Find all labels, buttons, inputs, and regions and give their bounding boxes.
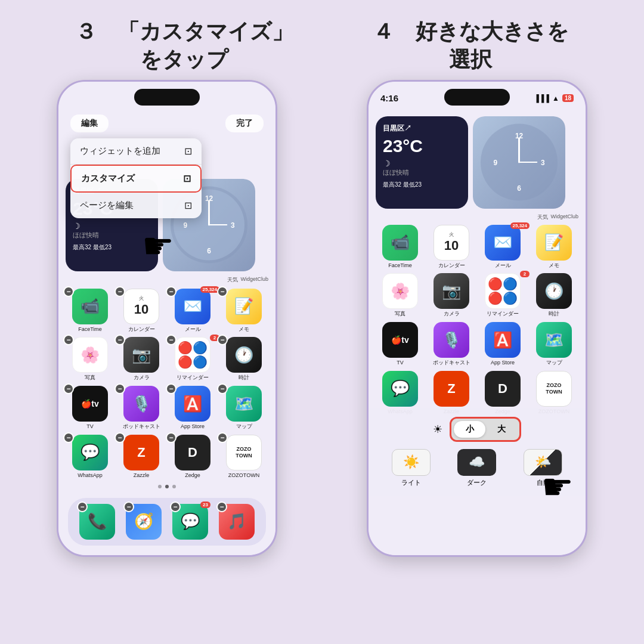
step3-title-line1: ３ 「カスタマイズ」 xyxy=(75,19,293,44)
zedge-icon: D xyxy=(175,435,210,470)
minus-icon: − xyxy=(170,501,181,512)
appearance-dark[interactable]: ☁️ ダーク xyxy=(457,449,496,487)
app-clock-2[interactable]: 🕐 時計 xyxy=(530,273,578,317)
minus-icon: − xyxy=(216,501,227,512)
minus-icon: − xyxy=(166,432,177,443)
app-zazzle-1[interactable]: − Z Zazzle xyxy=(117,435,166,479)
phone2-dynamic-island xyxy=(444,89,510,106)
phone1-dynamic-island xyxy=(134,89,200,106)
app-mail-1[interactable]: − ✉️ 25,324 メール xyxy=(168,289,217,333)
camera-icon: 📷 xyxy=(123,337,159,373)
app-notes-2[interactable]: 📝 メモ xyxy=(530,225,578,269)
app-maps-2[interactable]: 🗺️ マップ xyxy=(530,322,578,366)
app-maps-1[interactable]: − 🗺️ マップ xyxy=(219,386,268,430)
app-photos-1[interactable]: − 🌸 写真 xyxy=(66,337,114,381)
tv-icon-2: 🍎tv xyxy=(382,322,418,358)
phone2-inner: 4:16 ▐▐▐ ▲ 18 目黒区↗ 23°C ☽ ほぼ快晴 最高32 最低23 xyxy=(369,82,586,555)
podcasts-icon-2: 🎙️ xyxy=(434,322,469,358)
app-zozotown-1[interactable]: − ZOZOTOWN ZOZOTOWN xyxy=(219,435,268,479)
app-tv-1[interactable]: − 🍎tv TV xyxy=(66,386,114,430)
minus-icon: − xyxy=(166,286,177,297)
menu-add-widget[interactable]: ウィジェットを追加 ⊡ xyxy=(70,138,202,165)
weather-condition-2: ほぼ快晴 xyxy=(383,168,461,177)
dot-1 xyxy=(158,485,162,488)
phone2-app-grid-row3: 🍎tv TV 🎙️ ポッドキャスト 🅰️ App Store 🗺️ マップ xyxy=(369,320,586,369)
facetime-icon-2: 📹 xyxy=(382,225,418,261)
size-small[interactable]: 小 xyxy=(454,421,485,438)
menu-customize[interactable]: カスタマイズ ⊡ xyxy=(70,165,202,193)
dock-phone-1[interactable]: − 📞 xyxy=(79,504,115,540)
mail-badge-2: 25,324 xyxy=(510,222,530,229)
app-whatsapp-1[interactable]: − 💬 WhatsApp xyxy=(66,435,114,479)
app-appstore-1[interactable]: − 🅰️ App Store xyxy=(168,386,217,430)
app-reminders-1[interactable]: − 🔴🔵🔴🔵 2 リマインダー xyxy=(168,337,217,381)
size-toggle[interactable]: 小 大 xyxy=(450,417,521,442)
phone2: 4:16 ▐▐▐ ▲ 18 目黒区↗ 23°C ☽ ほぼ快晴 最高32 最低23 xyxy=(367,80,587,557)
app-appstore-2[interactable]: 🅰️ App Store xyxy=(478,322,527,366)
phone2-widgets: 目黒区↗ 23°C ☽ ほぼ快晴 最高32 最低23 12 3 6 9 xyxy=(369,112,586,213)
app-podcasts-2[interactable]: 🎙️ ポッドキャスト xyxy=(427,322,476,366)
minus-icon: − xyxy=(63,432,74,443)
dock-messages-1[interactable]: − 💬 23 xyxy=(172,504,208,540)
appearance-row: ☀️ ライト ☁️ ダーク 🌤️ 自動 xyxy=(378,449,576,487)
mail-icon-2: ✉️ xyxy=(485,225,521,261)
minus-icon: − xyxy=(63,286,74,297)
app-camera-2[interactable]: 📷 カメラ xyxy=(427,273,476,317)
app-facetime-1[interactable]: − 📹 FaceTime xyxy=(66,289,114,333)
weather-condition-1: ほぼ快晴 xyxy=(73,231,151,240)
reminders-icon: 🔴🔵🔴🔵 xyxy=(175,337,210,373)
app-calendar-1[interactable]: − 火 10 カレンダー xyxy=(117,289,166,333)
edit-button[interactable]: 編集 xyxy=(70,114,109,132)
phone1-app-grid-row4: − 💬 WhatsApp − Z Zazzle − D Zedge − ZOZO… xyxy=(58,432,275,481)
whatsapp-icon-2: 💬 xyxy=(382,371,418,407)
app-tv-2[interactable]: 🍎tv TV xyxy=(376,322,425,366)
widget-club-label-1: 天気 WidgetClub xyxy=(58,276,275,285)
done-button[interactable]: 完了 xyxy=(225,114,264,132)
widget-club-label-2: 天気 WidgetClub xyxy=(369,213,586,222)
edit-page-icon: ⊡ xyxy=(184,200,192,211)
page-dots-1 xyxy=(58,485,275,488)
signal-icon: ▐▐▐ xyxy=(534,94,549,103)
mail-icon: ✉️ xyxy=(175,289,210,324)
step4-title-line2: 選択 xyxy=(449,47,492,72)
appearance-auto[interactable]: 🌤️ 自動 xyxy=(524,449,562,487)
app-podcasts-1[interactable]: − 🎙️ ポッドキャスト xyxy=(117,386,166,430)
zazzle-icon-2: Z xyxy=(434,371,469,407)
app-mail-2[interactable]: ✉️ 25,324 メール xyxy=(478,225,527,269)
dock-music-1[interactable]: − 🎵 xyxy=(219,504,255,540)
facetime-icon: 📹 xyxy=(72,289,108,324)
app-reminders-2[interactable]: 🔴🔵🔴🔵 2 リマインダー xyxy=(478,273,527,317)
calendar-icon-2: 火 10 xyxy=(434,225,469,261)
reminders-badge-2: 2 xyxy=(520,271,530,277)
add-widget-icon: ⊡ xyxy=(184,145,192,157)
minus-icon: − xyxy=(77,501,88,512)
moon-icon-1: ☽ xyxy=(73,221,151,231)
status-time: 4:16 xyxy=(380,93,398,103)
dark-thumb: ☁️ xyxy=(457,449,496,476)
whatsapp-icon: 💬 xyxy=(72,435,108,470)
app-clock-1[interactable]: − 🕐 時計 xyxy=(219,337,268,381)
zozotown-icon-2: ZOZOTOWN xyxy=(536,371,572,407)
auto-thumb: 🌤️ xyxy=(524,449,562,476)
podcasts-icon: 🎙️ xyxy=(123,386,159,422)
app-photos-2[interactable]: 🌸 写真 xyxy=(376,273,425,317)
app-notes-1[interactable]: − 📝 メモ xyxy=(219,289,268,333)
minus-icon: − xyxy=(217,286,228,297)
app-calendar-2[interactable]: 火 10 カレンダー xyxy=(427,225,476,269)
phone1-app-grid-row3: − 🍎tv TV − 🎙️ ポッドキャスト − 🅰️ App Store − 🗺… xyxy=(58,383,275,432)
menu-edit-page[interactable]: ページを編集 ⊡ xyxy=(70,193,202,218)
step4-title-line1: ４ 好きな大きさを xyxy=(373,19,569,44)
dock-safari-1[interactable]: − 🧭 xyxy=(126,504,162,540)
app-facetime-2[interactable]: 📹 FaceTime xyxy=(376,225,425,269)
app-camera-1[interactable]: − 📷 カメラ xyxy=(117,337,166,381)
appearance-light[interactable]: ☀️ ライト xyxy=(392,449,431,487)
phones-row: 編集 完了 ウィジェットを追加 ⊡ カスタマイズ ⊡ ページを編集 ⊡ xyxy=(0,80,644,557)
zedge-icon-2: D xyxy=(485,371,521,407)
phone1-dock: − 📞 − 🧭 − 💬 23 − 🎵 xyxy=(68,498,266,546)
clock-img-2: 12 3 6 9 xyxy=(473,116,565,209)
weather-highlow-1: 最高32 最低23 xyxy=(73,243,151,252)
size-large[interactable]: 大 xyxy=(485,421,517,438)
step4-header: ４ 好きな大きさを 選択 xyxy=(373,18,569,74)
app-zedge-1[interactable]: − D Zedge xyxy=(168,435,217,479)
customize-icon: ⊡ xyxy=(183,173,191,184)
